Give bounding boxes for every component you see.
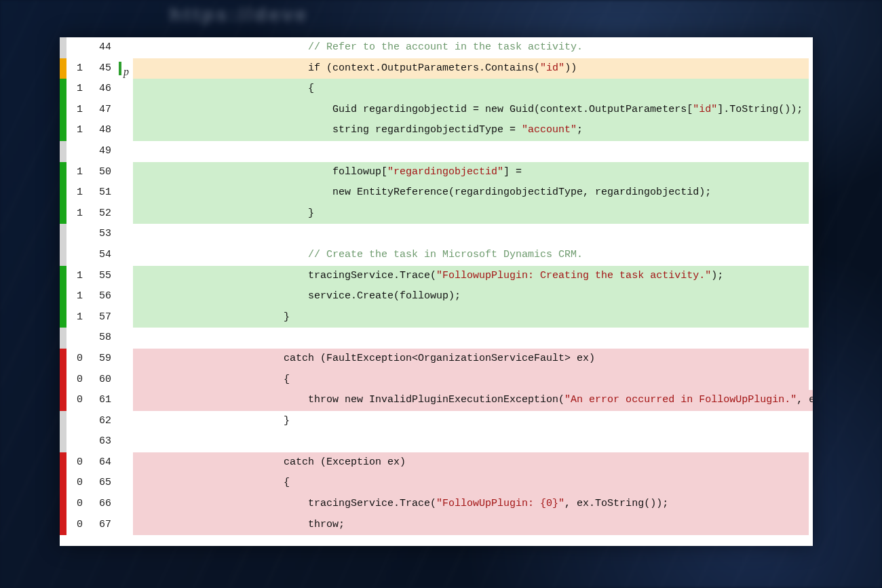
code-text[interactable]: { xyxy=(133,79,809,100)
gutter[interactable] xyxy=(118,411,133,432)
code-text[interactable]: catch (FaultException<OrganizationServic… xyxy=(133,349,809,370)
code-text[interactable]: } xyxy=(133,203,809,224)
gutter[interactable] xyxy=(118,390,133,411)
code-text[interactable]: new EntityReference(regardingobjectidTyp… xyxy=(133,182,809,203)
code-line[interactable]: 58 xyxy=(60,328,813,349)
coverage-mark xyxy=(60,162,66,183)
hit-count: 0 xyxy=(66,349,87,370)
code-text[interactable]: throw new InvalidPluginExecutionExceptio… xyxy=(133,390,813,411)
gutter[interactable] xyxy=(118,307,133,328)
gutter[interactable] xyxy=(118,203,133,224)
gutter[interactable] xyxy=(118,328,133,349)
gutter[interactable] xyxy=(118,100,133,121)
code-text[interactable]: followup["regardingobjectid"] = xyxy=(133,162,809,183)
gutter[interactable] xyxy=(118,473,133,494)
hit-count: 1 xyxy=(66,266,87,287)
hit-count: 1 xyxy=(66,162,87,183)
code-line[interactable]: 060 { xyxy=(60,370,813,391)
code-line[interactable]: 151 new EntityReference(regardingobjecti… xyxy=(60,182,813,203)
code-line[interactable]: 156 service.Create(followup); xyxy=(60,286,813,307)
coverage-mark xyxy=(60,452,66,473)
code-line[interactable]: 059 catch (FaultException<OrganizationSe… xyxy=(60,349,813,370)
gutter[interactable] xyxy=(118,494,133,515)
code-line[interactable]: 62 } xyxy=(60,411,813,432)
hit-count: 0 xyxy=(66,452,87,473)
code-text[interactable]: if (context.OutputParameters.Contains("i… xyxy=(133,58,809,79)
code-text[interactable]: Guid regardingobjectid = new Guid(contex… xyxy=(133,100,809,121)
code-text[interactable]: throw; xyxy=(133,515,809,536)
code-line[interactable]: 061 throw new InvalidPluginExecutionExce… xyxy=(60,390,813,411)
code-line[interactable]: 145p if (context.OutputParameters.Contai… xyxy=(60,58,813,79)
code-line[interactable]: 064 catch (Exception ex) xyxy=(60,452,813,473)
hit-count: 1 xyxy=(66,286,87,307)
coverage-mark xyxy=(60,515,66,536)
hit-count xyxy=(66,37,87,58)
gutter[interactable] xyxy=(118,141,133,162)
gutter[interactable] xyxy=(118,286,133,307)
code-line[interactable]: 53 xyxy=(60,224,813,245)
code-line[interactable]: 157 } xyxy=(60,307,813,328)
code-text[interactable]: tracingService.Trace("FollowUpPlugin: {0… xyxy=(133,494,809,515)
gutter[interactable] xyxy=(118,245,133,266)
coverage-mark xyxy=(60,100,66,121)
line-number: 57 xyxy=(87,307,118,328)
code-coverage-editor[interactable]: 44 // Refer to the account in the task a… xyxy=(60,37,813,546)
code-line[interactable]: 066 tracingService.Trace("FollowUpPlugin… xyxy=(60,494,813,515)
code-line[interactable]: 146 { xyxy=(60,79,813,100)
code-text[interactable] xyxy=(133,141,809,162)
code-area[interactable]: 44 // Refer to the account in the task a… xyxy=(60,37,813,535)
code-text[interactable] xyxy=(133,431,809,452)
code-line[interactable]: 150 followup["regardingobjectid"] = xyxy=(60,162,813,183)
gutter[interactable] xyxy=(118,349,133,370)
gutter[interactable] xyxy=(118,370,133,391)
gutter[interactable]: p xyxy=(118,58,133,79)
gutter[interactable] xyxy=(118,431,133,452)
code-line[interactable]: 067 throw; xyxy=(60,515,813,536)
hit-count: 0 xyxy=(66,515,87,536)
code-text[interactable]: { xyxy=(133,370,809,391)
coverage-mark xyxy=(60,307,66,328)
hit-count: 1 xyxy=(66,79,87,100)
line-number: 52 xyxy=(87,203,118,224)
code-line[interactable]: 147 Guid regardingobjectid = new Guid(co… xyxy=(60,100,813,121)
code-text[interactable]: // Refer to the account in the task acti… xyxy=(133,37,809,58)
gutter[interactable] xyxy=(118,452,133,473)
coverage-mark xyxy=(60,245,66,266)
line-number: 51 xyxy=(87,182,118,203)
gutter[interactable] xyxy=(118,37,133,58)
gutter[interactable] xyxy=(118,182,133,203)
code-line[interactable]: 54 // Create the task in Microsoft Dynam… xyxy=(60,245,813,266)
line-number: 45 xyxy=(87,58,118,79)
code-line[interactable]: 63 xyxy=(60,431,813,452)
gutter[interactable] xyxy=(118,79,133,100)
code-line[interactable]: 155 tracingService.Trace("FollowupPlugin… xyxy=(60,266,813,287)
code-line[interactable]: 148 string regardingobjectidType = "acco… xyxy=(60,120,813,141)
gutter[interactable] xyxy=(118,266,133,287)
code-text[interactable]: } xyxy=(133,307,809,328)
gutter[interactable] xyxy=(118,515,133,536)
hit-count: 0 xyxy=(66,494,87,515)
line-number: 63 xyxy=(87,431,118,452)
code-text[interactable]: tracingService.Trace("FollowupPlugin: Cr… xyxy=(133,266,809,287)
line-number: 67 xyxy=(87,515,118,536)
code-text[interactable]: // Create the task in Microsoft Dynamics… xyxy=(133,245,809,266)
code-line[interactable]: 49 xyxy=(60,141,813,162)
code-text[interactable]: service.Create(followup); xyxy=(133,286,809,307)
code-line[interactable]: 152 } xyxy=(60,203,813,224)
gutter[interactable] xyxy=(118,224,133,245)
gutter[interactable] xyxy=(118,120,133,141)
code-text[interactable] xyxy=(133,328,809,349)
code-text[interactable]: { xyxy=(133,473,809,494)
code-line[interactable]: 44 // Refer to the account in the task a… xyxy=(60,37,813,58)
code-text[interactable]: string regardingobjectidType = "account"… xyxy=(133,120,809,141)
code-line[interactable]: 065 { xyxy=(60,473,813,494)
code-text[interactable]: } xyxy=(133,411,809,432)
line-number: 46 xyxy=(87,79,118,100)
code-text[interactable] xyxy=(133,224,809,245)
coverage-mark xyxy=(60,286,66,307)
line-number: 48 xyxy=(87,120,118,141)
line-number: 50 xyxy=(87,162,118,183)
code-text[interactable]: catch (Exception ex) xyxy=(133,452,809,473)
gutter[interactable] xyxy=(118,162,133,183)
coverage-mark xyxy=(60,203,66,224)
